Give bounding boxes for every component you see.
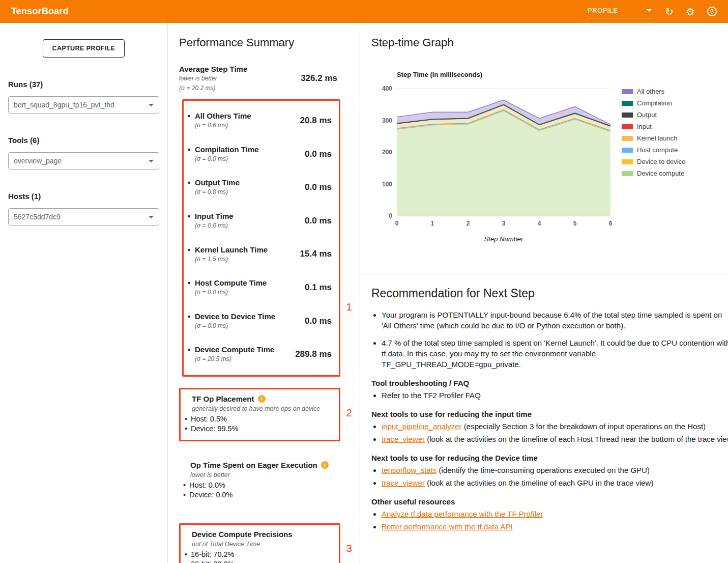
rec-item: trace_viewer (look at the activities on … [382,477,728,488]
metric-label: •Device Compute Time [188,345,274,354]
reload-icon[interactable]: ↻ [665,7,674,17]
eager-execution-title: Op Time Spent on Eager Execution [190,461,317,469]
svg-text:5: 5 [573,220,577,227]
legend-label: Input [637,123,652,130]
step-time-chart: 01002003004000123456 [371,85,616,232]
rec-link[interactable]: trace_viewer [382,435,425,443]
legend-label: All others [637,88,664,95]
recommendation-title: Recommendation for Next Step [371,287,713,300]
tools-label: Tools (6) [8,136,159,145]
legend-swatch-icon [622,101,633,106]
legend-swatch-icon [622,171,633,176]
chevron-down-icon [647,9,652,12]
bullet-icon: • [188,312,195,321]
legend-item: Host compute [622,146,685,154]
svg-text:6: 6 [609,220,613,227]
legend-item: Output [622,111,685,119]
annotation-box-1: •All Others Time(σ = 0.6 ms)20.8 ms•Comp… [182,99,340,377]
metric-compilation-time: •Compilation Time(σ = 0.0 ms)0.0 ms [188,137,334,171]
metric-sigma: (σ = 0.0 ms) [195,222,234,230]
info-icon[interactable]: i [321,461,329,469]
metric-label: •All Others Time [188,111,251,120]
precision-16bit: 16-bit: 70.2% [184,550,334,559]
bullet-icon: • [188,245,195,254]
tf-op-placement-block: TF Op Placement i generally desired to h… [181,389,339,440]
main-content: CAPTURE PROFILE Runs (37) bert_squad_8gp… [0,23,728,563]
legend-label: Host compute [637,146,678,154]
bullet-icon: • [188,178,195,187]
runs-select[interactable]: bert_squad_8gpu_fp16_pvt_thd [8,96,159,114]
rec-item: input_pipeline_analyzer (especially Sect… [382,421,728,432]
rec-link[interactable]: input_pipeline_analyzer [382,422,462,431]
metric-device-to-device-time: •Device to Device Time(σ = 0.0 ms)0.0 ms [188,304,334,338]
rec-section-header: Tool troubleshooting / FAQ [371,379,713,387]
tf-op-placement-host: Host: 0.5% [184,414,334,424]
metric-label: •Kernel Launch Time [188,245,268,254]
capture-profile-button[interactable]: CAPTURE PROFILE [43,39,124,58]
rec-link[interactable]: Better performance with the tf.data API [382,522,513,531]
metric-all-others-time: •All Others Time(σ = 0.6 ms)20.8 ms [188,104,334,137]
metric-input-time: •Input Time(σ = 0.0 ms)0.0 ms [188,204,334,238]
legend-item: Input [622,123,685,130]
legend-label: Device to device [637,158,685,165]
tf-op-placement-device: Device: 99.5% [184,424,334,434]
svg-text:1: 1 [431,220,434,227]
metric-sigma: (σ = 0.0 ms) [195,289,267,297]
bullet-icon: • [188,145,195,154]
metric-sigma: (σ = 20.2 ms) [179,85,247,93]
svg-text:2: 2 [467,220,470,227]
annotation-number-2: 2 [346,407,352,419]
recommendation-paragraph: 4.7 % of the total step time sampled is … [382,337,728,370]
metric-output-time: •Output Time(σ = 0.0 ms)0.0 ms [188,171,334,204]
rec-section-header: Next tools to use for reducing the Devic… [371,454,713,462]
legend-label: Output [637,111,657,119]
metric-value: 15.4 ms [300,249,332,259]
tf-op-placement-title: TF Op Placement [192,395,254,403]
svg-text:200: 200 [382,149,392,156]
sidebar: CAPTURE PROFILE Runs (37) bert_squad_8gp… [0,23,168,563]
annotation-number-1: 1 [346,301,352,313]
rec-link[interactable]: tensorflow_stats [382,466,436,474]
legend-swatch-icon [622,136,633,141]
legend-label: Kernel launch [637,134,678,142]
metric-sigma: (σ = 0.0 ms) [195,188,240,196]
svg-text:0: 0 [389,212,392,219]
eager-host: Host: 0.0% [182,481,342,490]
rec-item: tensorflow_stats (identify the time-cons… [382,465,728,475]
app-title: TensorBoard [11,6,69,17]
hosts-select[interactable]: 5627c5dd7dc9 [8,208,159,226]
metric-label: •Input Time [188,212,234,220]
eager-device: Device: 0.0% [182,490,342,500]
tools-select[interactable]: overview_page [8,152,159,170]
legend-swatch-icon [622,124,633,129]
eager-execution-note: lower is better [190,471,342,478]
legend-label: Device compute [637,170,684,177]
svg-text:0: 0 [395,220,399,227]
gear-icon[interactable]: ⚙ [686,7,695,17]
metric-label: •Compilation Time [188,145,259,154]
rec-link[interactable]: trace_viewer [382,478,425,487]
dashboard-select[interactable]: PROFILE [587,5,653,18]
legend-item: Device compute [622,170,685,177]
annotation-number-3: 3 [346,542,352,554]
precision-32bit: 32-bit: 29.8% [184,559,334,563]
legend-item: All others [622,88,685,95]
chevron-down-icon [149,216,154,218]
rec-link[interactable]: Analyze tf.data performance with the TF … [382,510,543,518]
help-icon[interactable]: ? [707,7,717,16]
legend-swatch-icon [622,148,633,153]
legend-item: Compilation [622,99,685,107]
rec-section-list: Refer to the TF2 Profiler FAQ [382,390,728,401]
step-time-graph-title: Step-time Graph [371,36,728,49]
info-icon[interactable]: i [258,395,266,403]
bullet-icon: • [188,111,195,120]
recommendation-sections: Tool troubleshooting / FAQRefer to the T… [371,379,713,532]
metric-label: •Device to Device Time [188,312,275,321]
hosts-label: Hosts (1) [8,192,159,201]
rec-item: Refer to the TF2 Profiler FAQ [382,390,728,401]
legend-swatch-icon [622,112,633,118]
precisions-title: Device Compute Precisions [192,530,293,539]
svg-text:3: 3 [502,220,506,227]
tf-op-placement-note: generally desired to have more ops on de… [192,405,334,412]
chevron-down-icon [149,160,154,162]
